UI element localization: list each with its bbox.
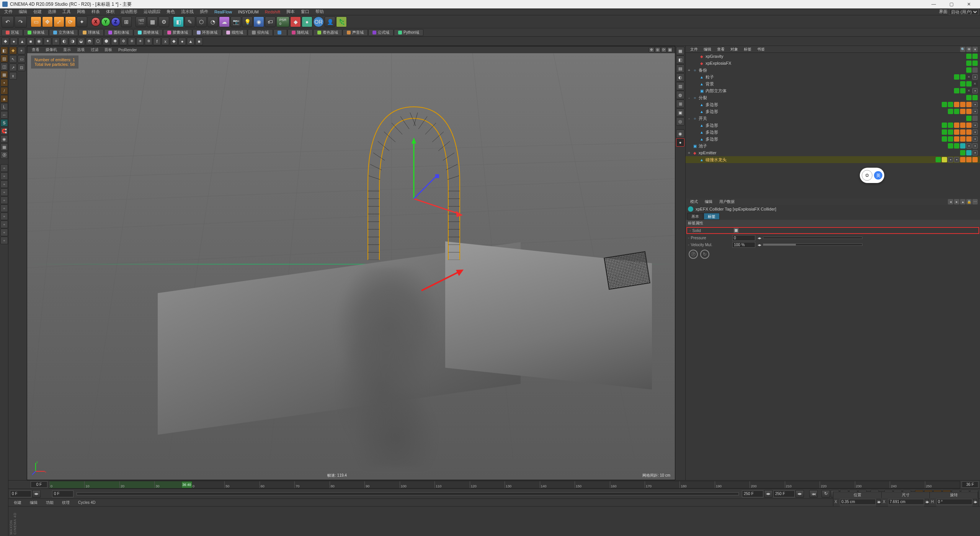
attr-nav-back-icon[interactable]: ◂ xyxy=(948,199,953,204)
om-eye-icon[interactable]: 👁 xyxy=(966,47,972,52)
rd-8[interactable]: ▣ xyxy=(676,108,684,117)
psr-button[interactable]: PSR0 xyxy=(276,16,289,27)
menu-11[interactable]: 流水线 xyxy=(178,8,196,15)
extra-10[interactable]: ▫ xyxy=(0,237,8,244)
attr-menu-icon[interactable]: ⋯ xyxy=(972,199,978,204)
xp-tb-13[interactable]: ✱ xyxy=(111,38,119,45)
workplane-mode[interactable]: ◫ xyxy=(0,63,8,70)
timeline-playhead[interactable]: 36 40 xyxy=(181,481,192,488)
om-menu-item[interactable]: 查看 xyxy=(715,46,727,52)
bottom-tab[interactable]: 功能 xyxy=(42,499,57,506)
render-view[interactable]: 🎬 xyxy=(136,16,146,27)
field-btn-6[interactable]: 胶囊体域 xyxy=(163,29,192,36)
rd-1[interactable]: ▦ xyxy=(676,47,684,55)
xp-tb-18[interactable]: f xyxy=(153,38,161,45)
object-row[interactable]: ▲多边形▪ xyxy=(686,108,980,115)
rd-3[interactable]: ▤ xyxy=(676,64,684,73)
om-menu-item[interactable]: 对象 xyxy=(728,46,740,52)
pb-goto-start[interactable]: ⏮ xyxy=(809,490,818,498)
softsel-tool[interactable]: ◉ xyxy=(0,135,8,143)
om-menu-item[interactable]: 标签 xyxy=(742,46,754,52)
menu-15[interactable]: Redshift xyxy=(262,9,283,15)
attr-nav-up-icon[interactable]: ▴ xyxy=(960,199,965,204)
rotate-tool[interactable]: ⟳ xyxy=(65,16,76,27)
pb-total[interactable]: 250 F xyxy=(773,490,795,497)
pb-range-end[interactable]: 250 F xyxy=(742,490,763,497)
add-spline[interactable]: ✎ xyxy=(185,16,195,27)
attr-preset-save-icon[interactable]: Ⓟ xyxy=(689,250,698,259)
object-row[interactable]: ◆xpExplosiaFX xyxy=(686,60,980,67)
attr-lock-icon[interactable]: 🔒 xyxy=(966,199,972,204)
axis-y-toggle[interactable]: Y xyxy=(101,17,110,26)
xp-tb-2[interactable]: ▲ xyxy=(18,38,26,45)
xp-tb-19[interactable]: x xyxy=(162,38,169,45)
menu-17[interactable]: 窗口 xyxy=(298,8,312,15)
rd-5[interactable]: ▥ xyxy=(676,82,684,90)
xp-button-1[interactable]: ◆ xyxy=(290,16,301,27)
om-menu-item[interactable]: 书签 xyxy=(755,46,767,52)
pb-loop[interactable]: ↻ xyxy=(822,490,830,498)
rd-7[interactable]: ⊞ xyxy=(676,100,684,108)
xp-tb-21[interactable]: ● xyxy=(178,38,186,45)
add-field[interactable]: ◉ xyxy=(253,16,264,27)
maximize-button[interactable]: ▢ xyxy=(942,0,960,8)
ime-indicator[interactable]: ✿ 英 xyxy=(860,168,884,183)
render-settings[interactable]: ⚙ xyxy=(158,16,169,27)
menu-16[interactable]: 脚本 xyxy=(284,8,297,15)
vp-ico-4[interactable]: ▭ xyxy=(18,55,25,63)
menu-10[interactable]: 角色 xyxy=(164,8,178,15)
xp-tb-12[interactable]: ⬢ xyxy=(103,38,110,45)
object-row[interactable]: -○开关 xyxy=(686,115,980,122)
extra-5[interactable]: ▫ xyxy=(0,196,8,204)
pb-spin3[interactable]: ◂▸ xyxy=(795,490,804,498)
texture-mode[interactable]: ▨ xyxy=(0,55,8,62)
attr-solid-checkbox[interactable] xyxy=(734,228,738,233)
xp-button-5[interactable]: 🦎 xyxy=(336,16,347,27)
vp-ico-5[interactable]: ↗ xyxy=(9,64,17,71)
object-row[interactable]: ▲多边形▪ xyxy=(686,129,980,136)
bottom-tab[interactable]: Cycles 4D xyxy=(74,500,100,505)
pb-spin2[interactable]: ◂▸ xyxy=(764,490,773,498)
pb-range-start[interactable]: 0 F xyxy=(52,490,74,497)
attr-tab-basic[interactable]: 基本 xyxy=(687,213,703,220)
add-deformer[interactable]: ◔ xyxy=(207,16,218,27)
redo-button[interactable]: ↷ xyxy=(15,16,27,28)
vp-ico-3[interactable]: ↖ xyxy=(9,55,17,63)
xp-tb-8[interactable]: ◑ xyxy=(69,38,77,45)
layout-select[interactable]: 启动 (用户) xyxy=(949,9,978,15)
menu-12[interactable]: 插件 xyxy=(197,8,211,15)
extra-4[interactable]: ▫ xyxy=(0,188,8,196)
field-btn-0[interactable]: 区域 xyxy=(2,29,23,36)
vp-menu-item[interactable]: 选项 xyxy=(75,47,87,53)
coord-system[interactable]: ⊞ xyxy=(121,16,132,27)
vp-camera-icon[interactable]: ✥ xyxy=(9,47,17,54)
vp-menu-item[interactable]: ProRender xyxy=(116,47,139,52)
object-row[interactable]: -○分裂 xyxy=(686,94,980,101)
vp-menu-item[interactable]: 查看 xyxy=(29,47,42,53)
object-row[interactable]: ▲多边形▪ xyxy=(686,136,980,142)
vp-nav-zoom-icon[interactable]: ⊕ xyxy=(655,47,660,52)
add-tag[interactable]: 🏷 xyxy=(265,16,276,27)
axis-mode[interactable]: L xyxy=(0,103,8,111)
om-filter-icon[interactable]: ▾ xyxy=(972,47,978,52)
vp-menu-item[interactable]: 过滤 xyxy=(88,47,101,53)
xp-button-2[interactable]: ● xyxy=(302,16,312,27)
grid-snap[interactable]: ▦ xyxy=(0,143,8,151)
tweak-mode[interactable]: ↔ xyxy=(0,111,8,119)
timeline-end-field[interactable]: 36 F xyxy=(962,481,978,488)
xp-button-4[interactable]: 👤 xyxy=(325,16,335,27)
undo-button[interactable]: ↶ xyxy=(2,16,14,28)
vp-nav-layout-icon[interactable]: ▦ xyxy=(667,47,673,52)
om-search-icon[interactable]: 🔍 xyxy=(960,47,965,52)
menu-0[interactable]: 文件 xyxy=(2,8,15,15)
attr-menu-item[interactable]: 用户数据 xyxy=(717,199,737,205)
field-btn-5[interactable]: 圆锥体域 xyxy=(134,29,163,36)
attr-menu-item[interactable]: 模式 xyxy=(688,199,700,205)
field-btn-2[interactable]: 立方体域 xyxy=(49,29,78,36)
attr-velmul-slider[interactable] xyxy=(763,243,862,246)
xp-tb-9[interactable]: ◒ xyxy=(77,38,85,45)
render-region[interactable]: ▦ xyxy=(147,16,158,27)
field-btn-7[interactable]: 环形体域 xyxy=(193,29,222,36)
vp-nav-move-icon[interactable]: ✥ xyxy=(649,47,654,52)
edge-mode[interactable]: / xyxy=(0,87,8,95)
